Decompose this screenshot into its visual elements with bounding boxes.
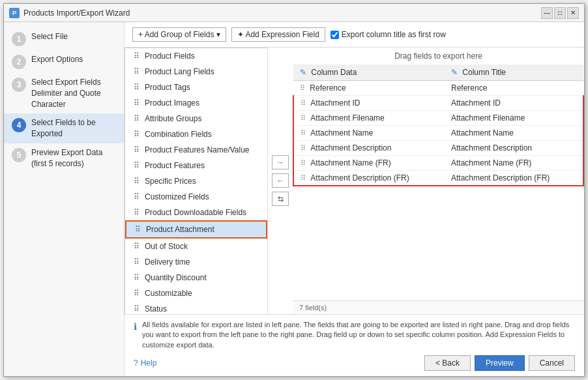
minimize-button[interactable]: — bbox=[541, 7, 553, 19]
table-row-4[interactable]: ⠿ Attachment Description Attachment Desc… bbox=[293, 141, 583, 156]
dropdown-label-4: Attribute Groups bbox=[145, 114, 201, 123]
preview-button[interactable]: Preview bbox=[475, 355, 525, 371]
right-panel: Drag fields to export here ✎ Column Data bbox=[293, 48, 584, 314]
right-panel-footer: 7 field(s) bbox=[293, 300, 584, 314]
grid-icon-16: ⠿ bbox=[132, 304, 141, 314]
dropdown-item-12[interactable]: ⠿ Out of Stock bbox=[125, 239, 267, 254]
dropdown-item-6[interactable]: ⠿ Product Features Name/Value bbox=[125, 142, 267, 158]
step-label-4: Select Fields to be Exported bbox=[31, 117, 116, 139]
dropdown-label-14: Quantity Discount bbox=[145, 273, 207, 282]
step-label-3: Select Export Fields Delimiter and Quote… bbox=[31, 77, 116, 110]
step-label-5: Preview Export Data (first 5 records) bbox=[31, 147, 116, 169]
export-column-title-checkbox[interactable] bbox=[331, 31, 339, 39]
grid-icon-5: ⠿ bbox=[132, 130, 141, 139]
row5-col2: Attachment Name (FR) bbox=[445, 156, 583, 171]
table-row-1[interactable]: ⠿ Attachment ID Attachment ID bbox=[293, 96, 583, 111]
content-area: 1 Select File 2 Export Options 3 Select … bbox=[4, 22, 584, 376]
export-column-title-label[interactable]: Export column title as first row bbox=[331, 30, 446, 39]
cancel-button[interactable]: Cancel bbox=[529, 355, 575, 371]
maximize-button[interactable]: □ bbox=[554, 7, 566, 19]
titlebar-left: P Products Import/Export Wizard bbox=[9, 8, 130, 18]
row6-col1: ⠿ Attachment Description (FR) bbox=[293, 171, 445, 186]
sidebar-step-4[interactable]: 4 Select Fields to be Exported bbox=[4, 113, 124, 143]
row2-col2: Attachment Filename bbox=[445, 111, 583, 126]
main-window: P Products Import/Export Wizard — □ ✕ 1 … bbox=[3, 3, 585, 377]
dropdown-item-8[interactable]: ⠿ Specific Prices bbox=[125, 173, 267, 189]
dropdown-label-7: Product Features bbox=[145, 161, 205, 170]
sidebar-step-3[interactable]: 3 Select Export Fields Delimiter and Quo… bbox=[4, 73, 124, 113]
dropdown-item-10[interactable]: ⠿ Product Downloadable Fields bbox=[125, 205, 267, 220]
row2-col1: ⠿ Attachment Filename bbox=[293, 111, 445, 126]
col-header-1: ✎ Column Data bbox=[293, 65, 445, 81]
help-label: Help bbox=[141, 358, 157, 368]
ref-col2: Reference bbox=[445, 81, 583, 96]
table-row-6[interactable]: ⠿ Attachment Description (FR) Attachment… bbox=[293, 171, 583, 186]
move-left-button[interactable]: ← bbox=[272, 173, 289, 188]
dropdown-item-15[interactable]: ⠿ Customizable bbox=[125, 285, 267, 301]
dropdown-item-16[interactable]: ⠿ Status bbox=[125, 301, 267, 314]
table-row-reference[interactable]: ⠿ Reference Reference bbox=[293, 81, 583, 96]
info-bar: ℹ All fields available for export are li… bbox=[134, 320, 575, 350]
dropdown-item-13[interactable]: ⠿ Delivery time bbox=[125, 254, 267, 270]
row3-col2: Attachment Name bbox=[445, 126, 583, 141]
dropdown-menu: ⠿ Product Fields ⠿ Product Lang Fields ⠿… bbox=[125, 48, 268, 314]
move-both-button[interactable]: ⇆ bbox=[272, 192, 289, 206]
grid-icon-8: ⠿ bbox=[132, 177, 141, 186]
grid-icon-10: ⠿ bbox=[132, 208, 141, 217]
main-area: + Add Group of Fields ▾ ✦ Add Expression… bbox=[125, 22, 584, 376]
dropdown-label-11: Product Attachment bbox=[146, 225, 214, 234]
dropdown-item-3[interactable]: ⠿ Product Images bbox=[125, 95, 267, 111]
grid-icon-1: ⠿ bbox=[132, 67, 141, 76]
grid-icon-15: ⠿ bbox=[132, 289, 141, 298]
move-right-button[interactable]: → bbox=[272, 155, 289, 169]
transfer-buttons: → ← ⇆ bbox=[268, 48, 293, 314]
grid-icon-13: ⠿ bbox=[132, 257, 141, 267]
bottom-area: ℹ All fields available for export are li… bbox=[125, 314, 584, 376]
add-expression-button[interactable]: ✦ Add Expression Field bbox=[231, 27, 325, 42]
info-icon: ℹ bbox=[134, 321, 137, 334]
info-text: All fields available for export are list… bbox=[142, 320, 575, 350]
grid-icon-7: ⠿ bbox=[132, 161, 141, 170]
dropdown-item-14[interactable]: ⠿ Quantity Discount bbox=[125, 270, 267, 285]
sidebar-step-2[interactable]: 2 Export Options bbox=[4, 50, 124, 73]
close-button[interactable]: ✕ bbox=[567, 7, 579, 19]
dropdown-item-0[interactable]: ⠿ Product Fields bbox=[125, 48, 267, 64]
window-title: Products Import/Export Wizard bbox=[23, 8, 130, 18]
dropdown-item-4[interactable]: ⠿ Attribute Groups bbox=[125, 111, 267, 126]
col-header-2: ✎ Column Title bbox=[445, 65, 583, 81]
dropdown-item-11[interactable]: ⠿ Product Attachment bbox=[125, 220, 267, 239]
main-panels: ⠿ Product Fields ⠿ Product Lang Fields ⠿… bbox=[125, 48, 584, 314]
grid-icon-6: ⠿ bbox=[132, 145, 141, 154]
sidebar-step-5[interactable]: 5 Preview Export Data (first 5 records) bbox=[4, 143, 124, 173]
row6-col2: Attachment Description (FR) bbox=[445, 171, 583, 186]
dropdown-item-2[interactable]: ⠿ Product Tags bbox=[125, 80, 267, 95]
dropdown-item-1[interactable]: ⠿ Product Lang Fields bbox=[125, 64, 267, 80]
dropdown-label-6: Product Features Name/Value bbox=[145, 145, 250, 154]
grid-icon-12: ⠿ bbox=[132, 242, 141, 251]
left-panel: ⠿ Product Fields ⠿ Product Lang Fields ⠿… bbox=[125, 48, 268, 314]
ref-col1: ⠿ Reference bbox=[293, 81, 445, 96]
step-label-1: Select File bbox=[31, 31, 68, 42]
add-group-button[interactable]: + Add Group of Fields ▾ bbox=[132, 27, 226, 42]
row4-col1: ⠿ Attachment Description bbox=[293, 141, 445, 156]
dropdown-item-9[interactable]: ⠿ Customized Fields bbox=[125, 189, 267, 205]
dropdown-label-0: Product Fields bbox=[145, 51, 195, 61]
dropdown-label-12: Out of Stock bbox=[145, 242, 188, 251]
row3-col1: ⠿ Attachment Name bbox=[293, 126, 445, 141]
sidebar-step-1[interactable]: 1 Select File bbox=[4, 27, 124, 50]
dropdown-label-5: Combination Fields bbox=[145, 130, 212, 139]
table-row-5[interactable]: ⠿ Attachment Name (FR) Attachment Name (… bbox=[293, 156, 583, 171]
app-icon: P bbox=[9, 8, 20, 18]
right-panel-header: Drag fields to export here bbox=[293, 48, 584, 65]
step-number-5: 5 bbox=[12, 148, 26, 162]
help-button[interactable]: ? Help bbox=[134, 358, 156, 368]
step-label-2: Export Options bbox=[31, 54, 83, 65]
dropdown-item-5[interactable]: ⠿ Combination Fields bbox=[125, 126, 267, 142]
back-button[interactable]: < Back bbox=[424, 355, 471, 371]
table-row-2[interactable]: ⠿ Attachment Filename Attachment Filenam… bbox=[293, 111, 583, 126]
fields-table: ✎ Column Data ✎ Column Title bbox=[293, 65, 584, 186]
dropdown-label-2: Product Tags bbox=[145, 83, 190, 92]
dropdown-item-7[interactable]: ⠿ Product Features bbox=[125, 158, 267, 173]
toolbar: + Add Group of Fields ▾ ✦ Add Expression… bbox=[125, 22, 584, 48]
table-row-3[interactable]: ⠿ Attachment Name Attachment Name bbox=[293, 126, 583, 141]
